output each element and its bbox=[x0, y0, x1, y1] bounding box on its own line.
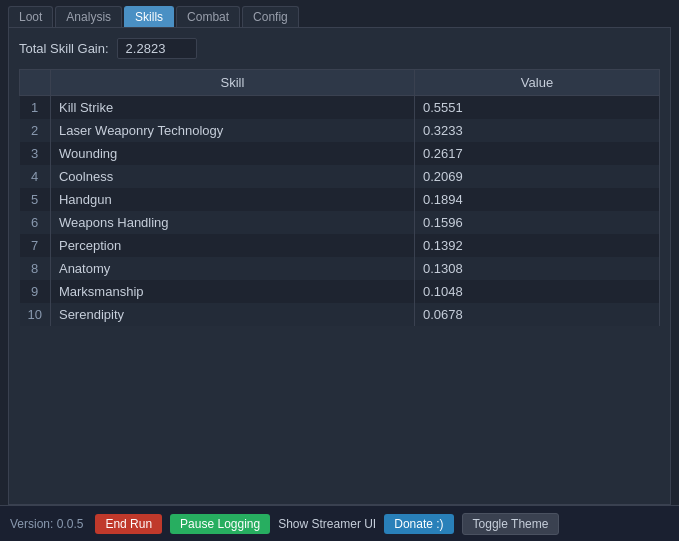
main-panel: Total Skill Gain: 2.2823 Skill Value 1Ki… bbox=[8, 27, 671, 505]
table-row: 3Wounding0.2617 bbox=[20, 142, 660, 165]
table-row: 5Handgun0.1894 bbox=[20, 188, 660, 211]
row-value: 0.2069 bbox=[415, 165, 660, 188]
row-index: 3 bbox=[20, 142, 51, 165]
row-index: 7 bbox=[20, 234, 51, 257]
table-row: 10Serendipity0.0678 bbox=[20, 303, 660, 326]
skills-table-wrapper: Skill Value 1Kill Strike0.55512Laser Wea… bbox=[19, 69, 660, 494]
table-row: 9Marksmanship0.1048 bbox=[20, 280, 660, 303]
row-skill: Wounding bbox=[50, 142, 414, 165]
table-header-skill: Skill bbox=[50, 70, 414, 96]
row-skill: Coolness bbox=[50, 165, 414, 188]
table-row: 8Anatomy0.1308 bbox=[20, 257, 660, 280]
row-index: 6 bbox=[20, 211, 51, 234]
toggle-theme-button[interactable]: Toggle Theme bbox=[462, 513, 560, 535]
tab-combat[interactable]: Combat bbox=[176, 6, 240, 27]
tab-config[interactable]: Config bbox=[242, 6, 299, 27]
row-skill: Serendipity bbox=[50, 303, 414, 326]
table-row: 2Laser Weaponry Technology0.3233 bbox=[20, 119, 660, 142]
tab-analysis[interactable]: Analysis bbox=[55, 6, 122, 27]
row-index: 1 bbox=[20, 96, 51, 120]
skills-table: Skill Value 1Kill Strike0.55512Laser Wea… bbox=[19, 69, 660, 326]
table-header-row: Skill Value bbox=[20, 70, 660, 96]
row-index: 9 bbox=[20, 280, 51, 303]
donate-button[interactable]: Donate :) bbox=[384, 514, 453, 534]
end-run-button[interactable]: End Run bbox=[95, 514, 162, 534]
pause-logging-button[interactable]: Pause Logging bbox=[170, 514, 270, 534]
row-index: 8 bbox=[20, 257, 51, 280]
row-value: 0.1048 bbox=[415, 280, 660, 303]
table-header-index bbox=[20, 70, 51, 96]
row-value: 0.1392 bbox=[415, 234, 660, 257]
show-streamer-ui-label: Show Streamer UI bbox=[278, 517, 376, 531]
row-index: 2 bbox=[20, 119, 51, 142]
row-skill: Kill Strike bbox=[50, 96, 414, 120]
skill-gain-row: Total Skill Gain: 2.2823 bbox=[19, 38, 660, 59]
row-skill: Handgun bbox=[50, 188, 414, 211]
row-value: 0.2617 bbox=[415, 142, 660, 165]
skill-gain-label: Total Skill Gain: bbox=[19, 41, 109, 56]
row-value: 0.1596 bbox=[415, 211, 660, 234]
tab-skills[interactable]: Skills bbox=[124, 6, 174, 27]
row-value: 0.3233 bbox=[415, 119, 660, 142]
tab-bar: Loot Analysis Skills Combat Config bbox=[0, 0, 679, 27]
row-index: 10 bbox=[20, 303, 51, 326]
row-skill: Laser Weaponry Technology bbox=[50, 119, 414, 142]
version-label: Version: 0.0.5 bbox=[10, 517, 83, 531]
row-index: 5 bbox=[20, 188, 51, 211]
row-value: 0.1308 bbox=[415, 257, 660, 280]
table-row: 1Kill Strike0.5551 bbox=[20, 96, 660, 120]
row-value: 0.0678 bbox=[415, 303, 660, 326]
row-index: 4 bbox=[20, 165, 51, 188]
row-skill: Perception bbox=[50, 234, 414, 257]
row-skill: Marksmanship bbox=[50, 280, 414, 303]
table-row: 7Perception0.1392 bbox=[20, 234, 660, 257]
row-value: 0.5551 bbox=[415, 96, 660, 120]
table-header-value: Value bbox=[415, 70, 660, 96]
tab-loot[interactable]: Loot bbox=[8, 6, 53, 27]
row-skill: Weapons Handling bbox=[50, 211, 414, 234]
row-skill: Anatomy bbox=[50, 257, 414, 280]
table-row: 4Coolness0.2069 bbox=[20, 165, 660, 188]
table-row: 6Weapons Handling0.1596 bbox=[20, 211, 660, 234]
row-value: 0.1894 bbox=[415, 188, 660, 211]
skill-gain-value: 2.2823 bbox=[117, 38, 197, 59]
bottom-bar: Version: 0.0.5 End Run Pause Logging Sho… bbox=[0, 505, 679, 541]
